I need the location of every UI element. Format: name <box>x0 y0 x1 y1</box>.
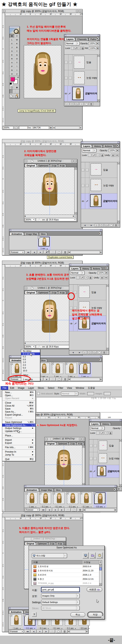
tab-2up[interactable]: 2-Up <box>50 291 58 294</box>
close-box-icon[interactable] <box>25 160 27 162</box>
menu-item[interactable]: Edit <box>8 386 16 390</box>
prev-frame-icon[interactable]: ◀| <box>70 351 76 354</box>
zoom-box-icon[interactable] <box>76 10 78 12</box>
resize-grip[interactable] <box>102 616 104 618</box>
layer-name[interactable]: 금발머리여자 <box>84 92 97 95</box>
prev-frame-button[interactable]: ◀| <box>46 508 52 512</box>
loop-select[interactable]: Forever▼ <box>25 508 40 512</box>
tool-clone-stamp-button[interactable]: S <box>10 49 14 53</box>
link-toggle[interactable] <box>85 178 90 193</box>
download-time-select[interactable]: -- / -- sec @ 28.8 Kbps▼ <box>36 218 76 221</box>
tween-button[interactable]: °°° <box>50 630 55 633</box>
link-toggle[interactable] <box>68 54 72 70</box>
tab-history[interactable]: History <box>92 144 102 148</box>
tab-animation[interactable]: Animation <box>10 232 24 236</box>
lock-paint-icon[interactable] <box>92 154 96 157</box>
file-menu-item[interactable]: Export Original... <box>2 413 36 416</box>
tool-pen-button[interactable]: P <box>10 64 14 68</box>
file-menu-item[interactable]: Output Settings <box>2 426 36 430</box>
tab-slice[interactable]: Slice <box>39 232 48 236</box>
visibility-toggle-on[interactable] <box>64 86 68 101</box>
close-box-icon[interactable] <box>46 438 48 440</box>
tab-optimized[interactable]: Optimized <box>36 291 50 294</box>
menu-item[interactable]: File <box>1 386 8 390</box>
tab-4up[interactable]: 4-Up <box>58 291 66 294</box>
collapse-box-icon[interactable] <box>82 438 84 440</box>
blend-mode-select[interactable]: Normal▲▼ <box>65 42 80 46</box>
loop-select[interactable]: Forever▼ <box>10 250 24 254</box>
screen-mode-full-button[interactable] <box>16 90 20 94</box>
unify-position-icon[interactable] <box>100 276 104 279</box>
lock-move-icon[interactable]: + <box>104 432 108 434</box>
frames-scrollbar[interactable] <box>70 630 86 633</box>
menu-item[interactable]: Image <box>16 386 26 390</box>
duplicate-frame-button[interactable] <box>56 630 61 633</box>
zoom-box-icon[interactable] <box>79 438 81 440</box>
opacity-field[interactable]: 100% <box>98 271 105 274</box>
frame-thumbnail[interactable] <box>52 363 63 374</box>
file-menu-item[interactable]: Jump To <box>2 453 36 456</box>
layer-name[interactable]: 금발머리여자 <box>90 322 106 325</box>
favorites-button[interactable]: ▼ <box>90 552 96 558</box>
lock-transparency-icon[interactable] <box>88 154 92 157</box>
delete-layer-button[interactable] <box>102 351 106 354</box>
unify-visibility-icon[interactable] <box>116 154 119 157</box>
tool-slice-button[interactable]: K <box>14 42 20 46</box>
doc-vscrollbar[interactable]: ▲▼ <box>82 446 85 486</box>
frame-thumbnail[interactable] <box>67 492 78 504</box>
visibility-toggle[interactable] <box>64 54 68 70</box>
lock-all-icon[interactable] <box>100 154 104 157</box>
zoom-box-icon[interactable] <box>71 160 74 162</box>
duplicate-frame-button[interactable] <box>56 250 62 254</box>
doc-vscrollbar[interactable]: ▲▼ <box>74 168 77 214</box>
frame-thumbnail[interactable] <box>94 492 106 504</box>
layer-thumbnail[interactable] <box>99 440 107 450</box>
opacity-field[interactable]: 100% <box>88 42 96 45</box>
palette-titlebar[interactable] <box>81 142 120 144</box>
animation-frame[interactable]: 5 °°°0.1 sec. ▼ <box>80 492 93 508</box>
first-frame-button[interactable]: ◀◀ <box>24 630 30 633</box>
layer-name[interactable]: 금발머리여자 <box>106 470 120 473</box>
next-frame-button[interactable]: |▶ <box>43 630 49 633</box>
recent-button[interactable]: ▼ <box>96 552 102 558</box>
file-menu-item[interactable]: Close ⌘W <box>2 401 36 404</box>
lock-transparency-icon[interactable] <box>71 46 74 50</box>
tab-4up[interactable]: 4-Up <box>56 542 64 545</box>
file-menu-item[interactable]: Preview In <box>2 450 36 453</box>
palette-titlebar[interactable] <box>64 34 100 36</box>
animation-frame[interactable]: 3 °°°0.1 sec. ▼ <box>52 492 66 508</box>
lock-move-icon[interactable]: + <box>84 276 88 279</box>
default-colors-icon[interactable] <box>10 82 12 84</box>
file-menu-item[interactable]: Place... <box>2 434 36 437</box>
visibility-toggle[interactable] <box>81 162 85 178</box>
blend-mode-select[interactable]: Normal▲▼ <box>90 426 104 430</box>
delete-frame-button[interactable] <box>62 250 68 254</box>
next-frame-icon[interactable]: |▶ <box>76 351 82 354</box>
palette-scrollbar[interactable]: ▲▼ <box>106 284 109 350</box>
delete-layer-button[interactable] <box>117 487 121 490</box>
lock-all-icon[interactable] <box>89 276 92 279</box>
zoom-select[interactable]: 300%▼ <box>25 345 35 348</box>
jump-source-icon[interactable]: → <box>10 94 14 98</box>
lock-move-icon[interactable]: + <box>96 154 100 157</box>
file-menu-item[interactable] <box>2 400 36 401</box>
tab-2up[interactable]: 2-Up <box>68 442 76 445</box>
tool-notes-button[interactable]: N <box>10 68 14 72</box>
layer-thumbnail[interactable] <box>90 194 101 206</box>
delete-frame-button[interactable] <box>62 378 68 381</box>
tool-brush-button[interactable]: B <box>14 46 20 49</box>
tab-optimized[interactable]: Optimized <box>36 542 48 545</box>
palette-titlebar[interactable] <box>69 264 109 266</box>
palette-titlebar[interactable] <box>89 419 122 422</box>
window-titlebar[interactable]: 금발 copy @ 300% (금발머리여자, RGB) <box>2 514 83 517</box>
slices-select[interactable]: All Slices▲▼ <box>41 606 80 610</box>
delay-menu-item[interactable]: 2.0 <box>21 364 40 366</box>
visibility-toggle[interactable] <box>89 440 94 452</box>
link-toggle[interactable] <box>68 70 72 86</box>
file-menu-item[interactable] <box>2 444 36 446</box>
screen-mode-full-menu-button[interactable] <box>13 90 16 94</box>
image-canvas[interactable] <box>24 45 62 98</box>
doc-titlebar[interactable]: Untitled-1 @ 300%(Origi··· <box>24 159 77 163</box>
tab-2up[interactable]: 2-Up <box>50 164 58 167</box>
layer-thumbnail[interactable] <box>90 164 102 176</box>
